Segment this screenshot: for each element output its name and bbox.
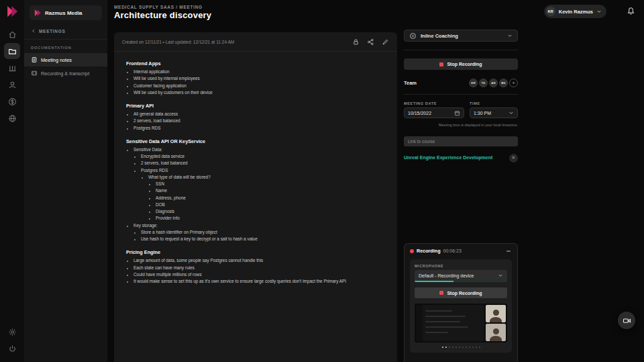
lock-icon[interactable] bbox=[352, 38, 360, 46]
workspace-switcher[interactable]: Razmus Media bbox=[30, 5, 102, 20]
doc-bullet: Internal application bbox=[133, 69, 385, 75]
user-name: Kevin Razmus bbox=[559, 9, 593, 15]
chevron-down-icon bbox=[508, 110, 514, 116]
screenshare-line bbox=[425, 321, 460, 322]
minimize-icon[interactable] bbox=[505, 248, 512, 255]
globe-icon[interactable] bbox=[4, 110, 20, 126]
edit-pencil-icon[interactable] bbox=[382, 38, 389, 46]
recording-dot-icon bbox=[410, 249, 414, 253]
widget-stop-label: Stop Recording bbox=[447, 291, 482, 296]
chevron-left-icon bbox=[31, 28, 36, 34]
timezone-note: Meeting time is displayed in your local … bbox=[404, 122, 518, 128]
team-member-avatar[interactable]: BD bbox=[499, 79, 508, 87]
preview-dot bbox=[472, 347, 474, 348]
sidebar-item-recording-transcript[interactable]: Recording & transcript bbox=[24, 66, 107, 80]
sidebar-section-label: DOCUMENTATION bbox=[24, 39, 107, 53]
doc-section-heading: Pricing Engine bbox=[126, 249, 385, 255]
doc-bullet: DOB bbox=[156, 201, 385, 208]
linked-course-tag: Unreal Engine Experience Development ✕ bbox=[404, 154, 518, 163]
microphone-select[interactable]: Default - Recording device bbox=[415, 270, 507, 281]
team-avatar-list: KRTDANBD bbox=[469, 79, 508, 87]
doc-bullet: It would make sense to set this up as it… bbox=[133, 278, 385, 285]
doc-bullet: Postgres RDS bbox=[133, 125, 385, 132]
preview-dot bbox=[455, 347, 457, 348]
columns-icon[interactable] bbox=[4, 60, 20, 76]
participant-silhouette bbox=[490, 336, 502, 341]
team-row: Team KRTDANBD + bbox=[404, 79, 518, 87]
sidebar: Razmus Media MEETINGS DOCUMENTATION Meet… bbox=[24, 0, 107, 362]
breadcrumb[interactable]: MEDICAL SUPPLY SAAS / MEETING bbox=[114, 5, 203, 9]
recording-status: Recording bbox=[417, 248, 441, 254]
back-to-meetings-link[interactable]: MEETINGS bbox=[24, 24, 107, 39]
brand-logo-icon bbox=[5, 5, 19, 18]
doc-bullet: Customer facing application bbox=[133, 83, 385, 89]
microphone-value: Default - Recording device bbox=[419, 273, 495, 278]
preview-dot bbox=[466, 347, 467, 348]
power-icon[interactable] bbox=[4, 341, 20, 357]
widget-stop-recording-button[interactable]: Stop Recording bbox=[415, 287, 507, 298]
right-panel: Inline Coaching Stop Recording Team KRTD… bbox=[404, 30, 518, 163]
meeting-datetime-row: MEETING DATE 10/15/2022 TIME 1:30 PM bbox=[404, 94, 518, 118]
doc-bullet: All general data access bbox=[133, 111, 385, 118]
new-recording-button[interactable] bbox=[618, 312, 635, 329]
doc-bullet: Store a hash identifier on Primary objec… bbox=[141, 229, 385, 236]
participant-silhouette bbox=[493, 328, 499, 334]
screenshare-line bbox=[425, 326, 468, 328]
add-team-member-button[interactable]: + bbox=[509, 79, 518, 87]
doc-bullet: Address, phone bbox=[156, 195, 385, 201]
screenshare-thumbnail bbox=[416, 305, 484, 341]
workspace-name: Razmus Media bbox=[45, 10, 83, 16]
participant-tiles bbox=[486, 305, 506, 341]
team-member-avatar[interactable]: TD bbox=[479, 79, 488, 87]
dollar-icon[interactable] bbox=[4, 93, 20, 109]
inline-coaching-select[interactable]: Inline Coaching bbox=[404, 30, 518, 42]
doc-bullet: Postgres RDSWhat type of data will be st… bbox=[141, 167, 385, 222]
preview-dot bbox=[459, 347, 460, 348]
preview-dot bbox=[462, 347, 464, 348]
doc-bullet: Will be used by internal employees bbox=[133, 75, 385, 82]
home-icon[interactable] bbox=[4, 26, 20, 42]
back-label: MEETINGS bbox=[39, 29, 66, 34]
doc-section-heading: Frontend Apps bbox=[126, 60, 385, 66]
meeting-date-field[interactable]: 10/15/2022 bbox=[404, 107, 464, 118]
time-field[interactable]: 1:30 PM bbox=[470, 107, 518, 118]
chevron-down-icon bbox=[596, 9, 602, 14]
sidebar-item-label: Recording & transcript bbox=[41, 71, 89, 77]
chevron-down-icon bbox=[498, 273, 503, 278]
doc-bullet: Key storage:Store a hash identifier on P… bbox=[133, 222, 385, 243]
screenshare-sidebar-shape bbox=[416, 305, 423, 341]
link-course-input[interactable] bbox=[404, 136, 518, 146]
preview-dot bbox=[449, 347, 450, 348]
stop-recording-button[interactable]: Stop Recording bbox=[404, 58, 518, 70]
participant-video-tile bbox=[486, 324, 506, 341]
screenshare-line bbox=[425, 310, 452, 312]
user-avatar: KR bbox=[546, 7, 555, 16]
user-menu[interactable]: KR Kevin Razmus bbox=[544, 5, 606, 18]
time-label: TIME bbox=[470, 101, 518, 105]
video-preview bbox=[415, 304, 507, 343]
coaching-icon bbox=[409, 32, 417, 40]
user-icon[interactable] bbox=[4, 77, 20, 93]
stop-square-icon bbox=[439, 62, 443, 66]
doc-list: Large amount of data, some people say Po… bbox=[126, 257, 385, 285]
gear-icon[interactable] bbox=[4, 324, 20, 340]
document-header: Created on 12/11/21 • Last updated: 12/1… bbox=[114, 32, 397, 52]
sidebar-item-meeting-notes[interactable]: Meeting notes bbox=[24, 53, 107, 66]
preview-dots bbox=[415, 347, 507, 348]
folder-icon[interactable] bbox=[4, 43, 20, 59]
preview-dot bbox=[442, 347, 443, 348]
share-icon[interactable] bbox=[367, 38, 374, 46]
doc-list: All general data access2 servers, load b… bbox=[126, 111, 385, 132]
doc-list: Store a hash identifier on Primary objec… bbox=[133, 229, 385, 243]
doc-bullet: Large amount of data, some people say Po… bbox=[133, 257, 385, 264]
remove-tag-icon[interactable]: ✕ bbox=[509, 154, 518, 163]
notifications-bell-icon[interactable] bbox=[627, 7, 635, 15]
team-member-avatar[interactable]: AN bbox=[489, 79, 498, 87]
doc-bullet: Name bbox=[156, 187, 385, 194]
linked-course-link[interactable]: Unreal Engine Experience Development bbox=[404, 154, 505, 161]
team-member-avatar[interactable]: KR bbox=[469, 79, 478, 87]
preview-dot bbox=[479, 347, 480, 348]
audio-level-meter bbox=[415, 281, 507, 282]
doc-bullet: Each state can have many rules bbox=[133, 265, 385, 271]
doc-bullet: Diagnosis bbox=[156, 208, 385, 215]
